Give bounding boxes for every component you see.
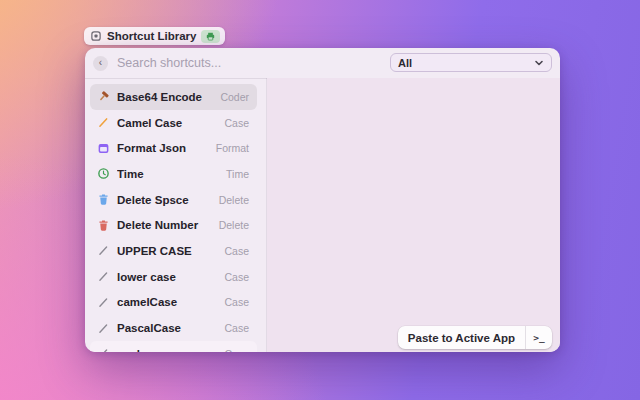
- window-body: Base64 EncodeCoderCamel CaseCaseFormat J…: [85, 78, 560, 352]
- list-item[interactable]: TimeTime: [90, 161, 257, 187]
- shortcut-category-tag: Coder: [220, 91, 249, 103]
- back-button[interactable]: ‹: [93, 56, 108, 71]
- paste-button-group: Paste to Active App >_: [398, 326, 552, 349]
- printer-icon[interactable]: [201, 30, 220, 43]
- shortcut-category-tag: Format: [216, 142, 249, 154]
- shortcut-name: Delete Number: [117, 219, 219, 231]
- shortcut-name: UPPER CASE: [117, 245, 224, 257]
- shortcut-name: camelCase: [117, 296, 224, 308]
- list-item[interactable]: PascalCaseCase: [90, 315, 257, 341]
- shortcut-name: Delete Spsce: [117, 194, 219, 206]
- hammer-icon: [97, 90, 110, 103]
- shortcut-library-window: ‹ All Base64 EncodeCoderCamel CaseCaseFo…: [85, 48, 560, 352]
- slash-icon: [97, 296, 110, 309]
- shortcut-name: Format Json: [117, 142, 216, 154]
- list-item[interactable]: Camel CaseCase: [90, 110, 257, 136]
- shortcut-name: Camel Case: [117, 117, 224, 129]
- json-window-icon: [97, 142, 110, 155]
- shortcut-category-tag: Delete: [219, 194, 249, 206]
- app-window-icon: [90, 30, 102, 42]
- shortcut-name: Base64 Encode: [117, 91, 220, 103]
- shortcut-name: lower case: [117, 271, 224, 283]
- slash-icon: [97, 322, 110, 335]
- terminal-icon[interactable]: >_: [526, 332, 552, 343]
- dropdown-selected-value: All: [398, 57, 534, 69]
- list-item[interactable]: Base64 EncodeCoder: [90, 84, 257, 110]
- paste-to-active-app-button[interactable]: Paste to Active App: [398, 332, 525, 344]
- app-title: Shortcut Library: [107, 30, 196, 42]
- list-item[interactable]: UPPER CASECase: [90, 238, 257, 264]
- list-item[interactable]: snake_caseCase: [90, 341, 257, 352]
- list-item[interactable]: Format JsonFormat: [90, 135, 257, 161]
- menubar-app-pill[interactable]: Shortcut Library: [84, 27, 225, 45]
- screen: Shortcut Library ‹ All Base64 EncodeCode…: [0, 0, 640, 400]
- slash-icon: [97, 270, 110, 283]
- list-item[interactable]: Delete NumberDelete: [90, 212, 257, 238]
- shortcut-category-tag: Case: [224, 271, 249, 283]
- shortcut-category-tag: Time: [226, 168, 249, 180]
- chevron-down-icon: [534, 58, 544, 68]
- trash-red-icon: [97, 219, 110, 232]
- shortcut-name: Time: [117, 168, 226, 180]
- shortcut-category-tag: Case: [224, 117, 249, 129]
- trash-blue-icon: [97, 193, 110, 206]
- list-item[interactable]: lower caseCase: [90, 264, 257, 290]
- category-filter-dropdown[interactable]: All: [390, 53, 552, 72]
- list-item[interactable]: Delete SpsceDelete: [90, 187, 257, 213]
- shortcut-category-tag: Delete: [219, 219, 249, 231]
- shortcut-category-tag: Case: [224, 322, 249, 334]
- shortcut-category-tag: Case: [224, 296, 249, 308]
- shortcut-name: snake_case: [117, 348, 224, 352]
- slash-icon: [97, 347, 110, 352]
- clock-icon: [97, 167, 110, 180]
- slash-icon: [97, 244, 110, 257]
- pencil-icon: [97, 116, 110, 129]
- detail-content-area: [267, 78, 560, 352]
- search-toolbar: ‹ All: [85, 48, 560, 79]
- list-item[interactable]: camelCaseCase: [90, 290, 257, 316]
- shortcut-category-tag: Case: [224, 245, 249, 257]
- shortcut-category-tag: Case: [224, 348, 249, 352]
- shortcut-list: Base64 EncodeCoderCamel CaseCaseFormat J…: [85, 78, 267, 352]
- shortcut-name: PascalCase: [117, 322, 224, 334]
